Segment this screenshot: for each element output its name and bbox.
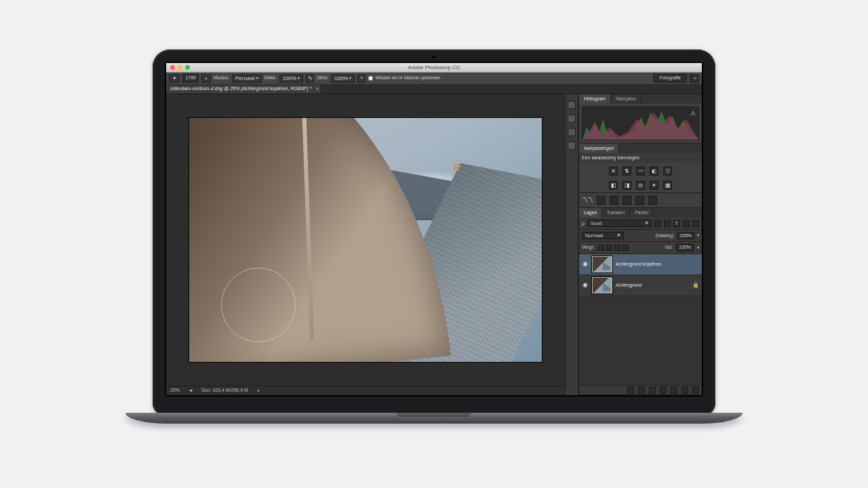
- opacity-label: Dekking:: [656, 233, 674, 239]
- flow-label: Strm:: [317, 75, 328, 81]
- layer-thumbnail[interactable]: [592, 256, 612, 272]
- adj-preset-3[interactable]: [623, 196, 631, 205]
- history-erase-checkbox[interactable]: Wissen en in historie opnemen: [368, 75, 440, 81]
- layer-style-icon[interactable]: [638, 386, 645, 393]
- document-tab[interactable]: rotterdam-centrum-4.dng @ 25% (Achtergro…: [166, 85, 321, 94]
- layer-item[interactable]: ◉ Achtergrond kopiëren: [579, 254, 702, 275]
- lock-transparency-icon[interactable]: [598, 245, 604, 251]
- minimize-window-button[interactable]: [178, 65, 182, 70]
- adj-preset-4[interactable]: [635, 196, 644, 205]
- histogram-graph[interactable]: ⚠: [582, 106, 699, 140]
- flow-field[interactable]: 100%▾: [331, 74, 355, 82]
- laptop-mockup: Adobe Photoshop CC ✦ 1700 • Modus: Pense…: [153, 49, 715, 424]
- lock-position-icon[interactable]: [614, 245, 620, 251]
- link-layers-icon[interactable]: [627, 386, 634, 393]
- pressure-opacity-icon[interactable]: ✎: [306, 74, 314, 82]
- mode-select[interactable]: Penseel▾: [232, 74, 262, 82]
- opacity-label: Dekk:: [264, 75, 277, 81]
- adj-preset-2[interactable]: [610, 196, 618, 205]
- tab-channels[interactable]: Kanalen: [602, 208, 630, 218]
- adj-hue-icon[interactable]: ◧: [609, 181, 618, 190]
- adj-levels-icon[interactable]: ⇅: [623, 167, 631, 176]
- doc-size-readout[interactable]: Doc: 103,4 M/206,9 M: [201, 388, 248, 393]
- adj-preset-5[interactable]: [648, 196, 657, 205]
- brush-preset-dropdown[interactable]: •: [201, 74, 211, 82]
- actions-panel-icon[interactable]: [568, 115, 576, 123]
- laptop-base: [125, 413, 743, 424]
- tab-adjustments[interactable]: Aanpassingen: [579, 144, 619, 153]
- filter-adjust-icon[interactable]: [664, 220, 671, 227]
- airbrush-icon[interactable]: ༄: [357, 74, 366, 82]
- layer-opacity-field[interactable]: 100%: [677, 232, 694, 239]
- close-window-button[interactable]: [170, 65, 175, 70]
- webcam-dot: [432, 55, 436, 59]
- adj-bw-icon[interactable]: ◨: [623, 181, 631, 190]
- new-fill-adjust-icon[interactable]: [660, 386, 667, 393]
- filter-pixel-icon[interactable]: [654, 220, 661, 227]
- adj-exposure-icon[interactable]: ◐: [650, 167, 658, 176]
- adj-curves-icon[interactable]: 〰: [636, 167, 645, 176]
- layer-item[interactable]: ◉ Achtergrond 🔒: [579, 275, 702, 296]
- new-group-icon[interactable]: [671, 386, 677, 393]
- zoom-arrows-icon[interactable]: ◂▸: [189, 388, 192, 393]
- window-titlebar: Adobe Photoshop CC: [166, 63, 702, 73]
- maximize-window-button[interactable]: [185, 65, 190, 70]
- adjustments-presets-row: 〽〽: [579, 192, 702, 207]
- photoshop-window: Adobe Photoshop CC ✦ 1700 • Modus: Pense…: [166, 63, 702, 395]
- workspace-switcher[interactable]: Fotografie: [653, 74, 687, 82]
- filter-smart-icon[interactable]: [692, 220, 699, 227]
- canvas-logo: R: [452, 162, 465, 173]
- layer-mask-icon[interactable]: [649, 386, 656, 393]
- tab-navigator[interactable]: Navigator: [611, 94, 642, 104]
- adjustments-panel: Aanpassingen Een aanpassing toevoegen ☀ …: [579, 144, 702, 208]
- filter-shape-icon[interactable]: [683, 220, 690, 227]
- options-bar: ✦ 1700 • Modus: Penseel▾ Dekk: 100%▾ ✎ S…: [166, 73, 702, 85]
- lock-buttons: [598, 245, 629, 251]
- document-tab-strip: rotterdam-centrum-4.dng @ 25% (Achtergro…: [166, 85, 702, 94]
- adj-color-lookup-icon[interactable]: ▦: [663, 181, 672, 190]
- brush-size-field[interactable]: 1700: [182, 74, 199, 82]
- layer-name[interactable]: Achtergrond kopiëren: [616, 262, 661, 267]
- adj-preset-1[interactable]: [597, 196, 606, 205]
- new-layer-icon[interactable]: [682, 386, 688, 393]
- tab-paths[interactable]: Paden: [630, 208, 654, 218]
- layers-empty-area: [579, 296, 702, 385]
- lock-pixels-icon[interactable]: [606, 245, 612, 251]
- brush-cursor-outline: [221, 268, 296, 342]
- info-panel-icon[interactable]: [568, 142, 576, 150]
- properties-panel-icon[interactable]: [568, 128, 576, 136]
- right-panel-dock: Histogram Navigator ⚠: [578, 94, 702, 395]
- layer-fill-field[interactable]: 100%: [676, 244, 694, 251]
- visibility-toggle-icon[interactable]: ◉: [582, 260, 589, 268]
- adj-photo-filter-icon[interactable]: ◎: [636, 181, 645, 190]
- tool-preset-dropdown[interactable]: ✦: [169, 74, 180, 82]
- mode-label: Modus:: [214, 75, 229, 81]
- adj-vibrance-icon[interactable]: ▽: [663, 167, 672, 176]
- layer-thumbnail[interactable]: [592, 277, 612, 293]
- delete-layer-icon[interactable]: [692, 386, 699, 393]
- traffic-lights: [170, 65, 190, 70]
- history-panel-icon[interactable]: [568, 101, 576, 109]
- collapsed-panel-column: [565, 94, 578, 395]
- opacity-field[interactable]: 100%▾: [279, 74, 303, 82]
- layer-name[interactable]: Achtergrond: [616, 283, 642, 288]
- tab-layers[interactable]: Lagen: [579, 208, 602, 218]
- tab-histogram[interactable]: Histogram: [579, 94, 611, 104]
- close-tab-icon[interactable]: ×: [316, 85, 319, 92]
- presets-expand-icon[interactable]: 〽〽: [582, 197, 593, 204]
- document-canvas[interactable]: R: [189, 118, 542, 362]
- document-status-bar: 25% ◂▸ Doc: 103,4 M/206,9 M ▸: [166, 386, 565, 395]
- visibility-toggle-icon[interactable]: ◉: [582, 281, 589, 289]
- blend-mode-select[interactable]: Normaal≑: [582, 232, 624, 239]
- filter-type-icon[interactable]: T: [673, 220, 680, 227]
- fill-label: Vul:: [665, 245, 673, 250]
- window-title: Adobe Photoshop CC: [408, 64, 460, 71]
- adj-brightness-icon[interactable]: ☀: [609, 167, 618, 176]
- layer-kind-filter[interactable]: Soort≑: [587, 220, 652, 227]
- adj-channel-mixer-icon[interactable]: ✦: [650, 181, 658, 190]
- lock-all-icon[interactable]: [623, 245, 629, 251]
- status-menu-icon[interactable]: ▸: [258, 388, 260, 393]
- histogram-panel: Histogram Navigator ⚠: [579, 94, 702, 144]
- zoom-level[interactable]: 25%: [170, 388, 180, 393]
- panel-collapse-button[interactable]: »: [690, 74, 699, 82]
